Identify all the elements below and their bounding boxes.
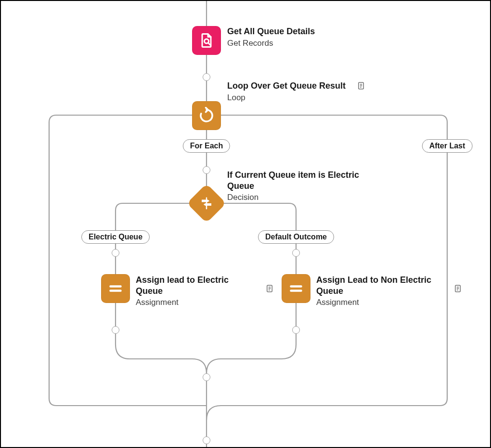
after-last-badge[interactable]: After Last	[422, 139, 473, 153]
node-subtitle: Assignment	[136, 297, 256, 307]
for-each-badge[interactable]: For Each	[183, 139, 230, 153]
default-outcome-badge[interactable]: Default Outcome	[258, 230, 334, 244]
decision-node[interactable]	[193, 189, 220, 217]
node-subtitle: Assignment	[316, 297, 446, 307]
get-records-label: Get All Queue Details Get Records	[227, 26, 362, 48]
node-subtitle: Loop	[227, 92, 381, 103]
connectors-layer	[1, 1, 491, 448]
node-title: Assign Lead to Non Electric Queue	[316, 275, 446, 296]
add-junction[interactable]	[292, 249, 300, 257]
add-junction[interactable]	[292, 326, 300, 334]
node-title: If Current Queue item is Electric Queue	[227, 170, 381, 191]
loop-node[interactable]	[192, 101, 221, 130]
add-junction[interactable]	[203, 73, 210, 81]
assign-nonelectric-node[interactable]	[282, 274, 310, 303]
node-title: Get All Queue Details	[227, 26, 362, 37]
flow-canvas[interactable]: Get All Queue Details Get Records Loop O…	[0, 0, 491, 448]
description-icon[interactable]	[265, 284, 274, 293]
electric-outcome-badge[interactable]: Electric Queue	[81, 230, 150, 244]
decision-label: If Current Queue item is Electric Queue …	[227, 170, 381, 202]
assign-nonelectric-label: Assign Lead to Non Electric Queue Assign…	[316, 275, 446, 307]
assignment-icon	[287, 280, 305, 297]
description-icon[interactable]	[453, 284, 463, 293]
add-junction[interactable]	[112, 249, 119, 257]
node-subtitle: Get Records	[227, 38, 362, 48]
add-junction[interactable]	[203, 436, 210, 444]
description-icon[interactable]	[356, 81, 366, 91]
add-junction[interactable]	[203, 166, 210, 174]
signpost-icon	[199, 196, 214, 211]
get-records-node[interactable]	[192, 26, 221, 55]
data-search-icon	[198, 32, 215, 49]
add-junction[interactable]	[112, 326, 119, 334]
node-title: Assign lead to Electric Queue	[136, 275, 256, 296]
assign-electric-label: Assign lead to Electric Queue Assignment	[136, 275, 256, 307]
assign-electric-node[interactable]	[101, 274, 130, 303]
node-subtitle: Decision	[227, 192, 381, 202]
loop-icon	[198, 107, 215, 124]
add-junction[interactable]	[203, 373, 210, 381]
assignment-icon	[107, 280, 124, 297]
